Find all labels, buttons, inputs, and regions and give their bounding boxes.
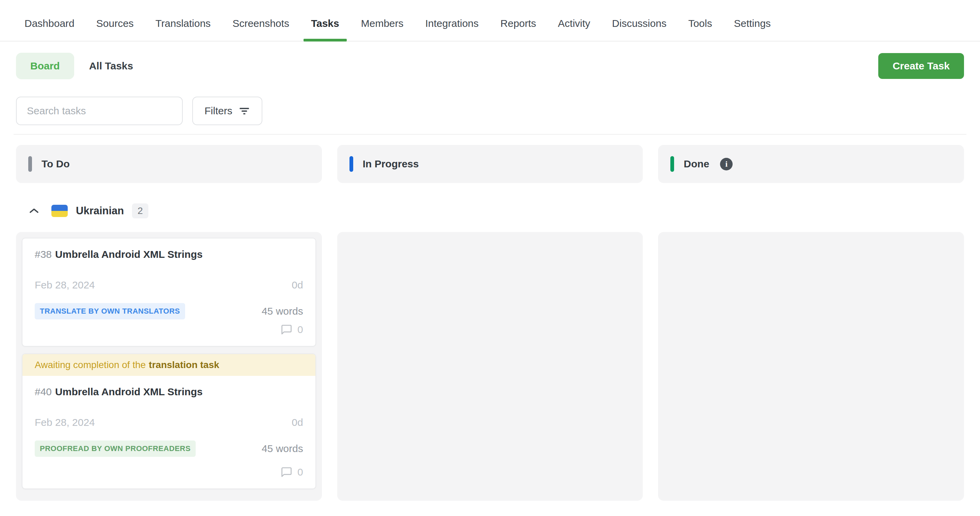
view-toggle-board[interactable]: Board: [16, 53, 74, 79]
awaiting-banner-text: Awaiting completion of the: [35, 360, 146, 370]
info-icon[interactable]: i: [720, 158, 733, 170]
filters-button[interactable]: Filters: [192, 97, 262, 125]
search-filter-row: Filters: [16, 97, 964, 125]
nav-tab-reports[interactable]: Reports: [501, 18, 536, 41]
in-progress-status-bar: [350, 156, 353, 172]
done-column: [658, 232, 964, 501]
nav-tab-tools[interactable]: Tools: [688, 18, 712, 41]
project-nav: Dashboard Sources Translations Screensho…: [0, 0, 980, 41]
task-name: Umbrella Android XML Strings: [55, 386, 202, 397]
awaiting-banner-task-link[interactable]: translation task: [149, 360, 219, 370]
filters-button-label: Filters: [205, 105, 232, 117]
task-card-40[interactable]: Awaiting completion of the translation t…: [22, 353, 316, 489]
column-header-in-progress: In Progress: [337, 145, 643, 183]
done-status-bar: [670, 156, 674, 172]
ukraine-flag-top: [51, 205, 68, 211]
nav-tab-dashboard[interactable]: Dashboard: [24, 18, 75, 41]
awaiting-banner: Awaiting completion of the translation t…: [22, 354, 315, 376]
in-progress-column: [337, 232, 643, 501]
workflow-step-badge: TRANSLATE BY OWN TRANSLATORS: [35, 303, 185, 319]
task-title-row: #40Umbrella Android XML Strings: [35, 385, 303, 399]
nav-tab-screenshots[interactable]: Screenshots: [232, 18, 289, 41]
language-group-row: Ukrainian 2: [29, 203, 964, 219]
nav-tab-translations[interactable]: Translations: [156, 18, 211, 41]
task-due: 0d: [292, 279, 303, 291]
language-task-count-badge: 2: [132, 203, 148, 218]
todo-status-bar: [28, 156, 32, 172]
view-toggle-all-tasks[interactable]: All Tasks: [89, 60, 134, 72]
create-task-button[interactable]: Create Task: [878, 53, 964, 79]
comment-bubble-icon: [280, 324, 293, 336]
task-id: #40: [35, 386, 52, 397]
task-date: Feb 28, 2024: [35, 279, 95, 291]
chevron-up-icon: [29, 208, 39, 214]
nav-tab-members[interactable]: Members: [361, 18, 404, 41]
ukraine-flag-bottom: [51, 211, 68, 217]
column-header-done-label: Done: [684, 158, 709, 170]
word-count: 45 words: [262, 443, 303, 454]
comment-bubble-icon: [280, 466, 293, 478]
comment-count: 0: [298, 466, 303, 478]
filter-lines-icon: [239, 105, 250, 117]
nav-tab-tasks-label: Tasks: [311, 18, 339, 29]
nav-tab-settings[interactable]: Settings: [734, 18, 771, 41]
board-column-headers: To Do In Progress Done i: [16, 135, 964, 183]
nav-tab-integrations[interactable]: Integrations: [425, 18, 479, 41]
task-card-38[interactable]: #38Umbrella Android XML Strings Feb 28, …: [22, 238, 316, 347]
task-due: 0d: [292, 417, 303, 428]
board-columns: #38Umbrella Android XML Strings Feb 28, …: [16, 232, 964, 501]
active-tab-underline: [304, 39, 347, 41]
task-id: #38: [35, 249, 52, 260]
comment-count: 0: [298, 324, 303, 335]
nav-tab-discussions[interactable]: Discussions: [612, 18, 667, 41]
todo-column: #38Umbrella Android XML Strings Feb 28, …: [16, 232, 322, 501]
workflow-step-badge: PROOFREAD BY OWN PROOFREADERS: [35, 440, 196, 457]
tasks-toolbar: Board All Tasks Create Task: [16, 52, 964, 79]
task-name: Umbrella Android XML Strings: [55, 249, 202, 260]
language-group-label: Ukrainian: [76, 205, 124, 217]
task-date: Feb 28, 2024: [35, 417, 95, 428]
nav-tab-tasks[interactable]: Tasks: [311, 18, 339, 41]
ukraine-flag-icon: [51, 205, 68, 217]
collapse-group-button[interactable]: [29, 208, 39, 214]
column-header-done: Done i: [658, 145, 964, 183]
column-header-todo-label: To Do: [41, 158, 70, 170]
column-header-todo: To Do: [16, 145, 322, 183]
nav-tab-activity[interactable]: Activity: [558, 18, 590, 41]
task-title-row: #38Umbrella Android XML Strings: [35, 247, 303, 262]
column-header-in-progress-label: In Progress: [363, 158, 419, 170]
word-count: 45 words: [262, 305, 303, 317]
search-input[interactable]: [16, 97, 183, 125]
nav-tab-sources[interactable]: Sources: [96, 18, 134, 41]
